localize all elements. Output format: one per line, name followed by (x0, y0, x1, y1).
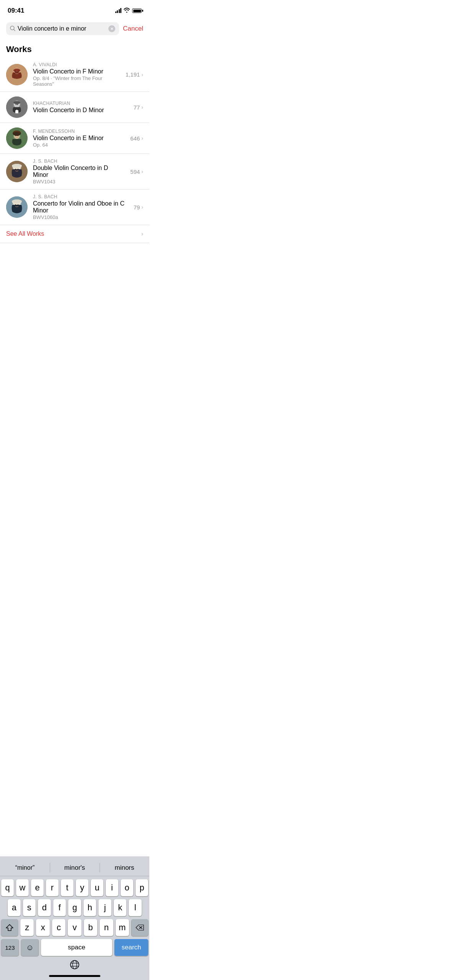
works-section-title: Works (6, 44, 32, 54)
work-item-mendelssohn[interactable]: F. MENDELSSOHN Violin Concerto in E Mino… (0, 123, 149, 154)
svg-point-35 (18, 204, 18, 205)
avatar-khachaturian (6, 96, 28, 118)
svg-point-7 (18, 70, 19, 72)
svg-point-15 (16, 104, 16, 105)
svg-point-16 (17, 104, 18, 105)
svg-point-8 (16, 72, 16, 73)
avatar-vivaldi (6, 64, 28, 85)
avatar-bach1 (6, 161, 28, 182)
svg-line-1 (14, 29, 15, 31)
chevron-right-icon-bach2: › (141, 204, 143, 210)
svg-point-22 (18, 135, 18, 136)
chevron-right-icon-vivaldi: › (141, 72, 143, 78)
battery-icon (132, 8, 142, 13)
work-count-khachaturian: 77 (134, 104, 140, 111)
svg-point-5 (13, 69, 20, 72)
svg-point-28 (18, 169, 18, 170)
work-count-bach1: 594 (130, 168, 140, 175)
see-all-chevron-icon: › (141, 230, 143, 237)
work-subtitle-bach1: BWV1043 (33, 179, 125, 185)
work-item-khachaturian[interactable]: KHACHATURIAN Violin Concerto in D Minor … (0, 92, 149, 123)
work-count-area-vivaldi: 1,191 › (126, 71, 143, 78)
svg-point-29 (12, 164, 22, 168)
work-info-bach1: J. S. BACH Double Violin Concerto in D M… (33, 158, 125, 185)
work-title-mendelssohn: Violin Concerto in E Minor (33, 135, 125, 142)
avatar-mendelssohn (6, 127, 28, 149)
cancel-button[interactable]: Cancel (123, 25, 143, 33)
work-title-bach1: Double Violin Concerto in D Minor (33, 165, 125, 178)
svg-point-36 (12, 199, 22, 203)
work-count-area-mendelssohn: 646 › (130, 135, 143, 142)
svg-point-13 (13, 101, 20, 104)
work-count-mendelssohn: 646 (130, 135, 140, 142)
svg-point-21 (15, 135, 16, 136)
search-input-wrapper[interactable] (6, 22, 119, 35)
work-composer-khachaturian: KHACHATURIAN (33, 101, 128, 106)
wifi-icon (124, 8, 130, 14)
work-composer-vivaldi: A. VIVALDI (33, 62, 120, 67)
avatar-bach2 (6, 196, 28, 218)
work-composer-bach1: J. S. BACH (33, 158, 125, 164)
work-count-area-bach2: 79 › (134, 204, 143, 211)
svg-point-6 (15, 70, 16, 72)
work-subtitle-vivaldi: Op. 8/4 · "Winter from The Four Seasons" (33, 75, 120, 87)
work-title-khachaturian: Violin Concerto in D Minor (33, 107, 128, 114)
work-count-bach2: 79 (134, 204, 140, 211)
svg-point-27 (15, 169, 16, 170)
work-item-bach1[interactable]: J. S. BACH Double Violin Concerto in D M… (0, 154, 149, 189)
work-count-area-khachaturian: 77 › (134, 104, 143, 111)
work-info-vivaldi: A. VIVALDI Violin Concerto in F Minor Op… (33, 62, 120, 87)
status-bar: 09:41 (0, 0, 149, 19)
work-subtitle-bach2: BWV1060a (33, 214, 128, 220)
work-subtitle-mendelssohn: Op. 64 (33, 142, 125, 148)
search-bar-container: Cancel (0, 19, 149, 38)
work-title-bach2: Concerto for Violin and Oboe in C Minor (33, 200, 128, 214)
search-input[interactable] (18, 25, 106, 32)
signal-bars-icon (115, 8, 122, 13)
works-section-header: Works (0, 38, 149, 57)
work-info-bach2: J. S. BACH Concerto for Violin and Oboe … (33, 194, 128, 220)
search-clear-button[interactable] (108, 25, 115, 32)
work-composer-bach2: J. S. BACH (33, 194, 128, 199)
work-item-vivaldi[interactable]: A. VIVALDI Violin Concerto in F Minor Op… (0, 57, 149, 92)
see-all-works-row[interactable]: See All Works › (0, 225, 149, 243)
work-info-khachaturian: KHACHATURIAN Violin Concerto in D Minor (33, 101, 128, 114)
svg-point-9 (17, 72, 18, 73)
work-composer-mendelssohn: F. MENDELSSOHN (33, 129, 125, 134)
work-title-vivaldi: Violin Concerto in F Minor (33, 68, 120, 75)
svg-rect-14 (15, 110, 18, 113)
status-icons (115, 8, 142, 14)
work-info-mendelssohn: F. MENDELSSOHN Violin Concerto in E Mino… (33, 129, 125, 148)
see-all-works-label: See All Works (6, 230, 44, 237)
chevron-right-icon-khachaturian: › (141, 104, 143, 110)
status-time: 09:41 (8, 7, 24, 15)
work-item-bach2[interactable]: J. S. BACH Concerto for Violin and Oboe … (0, 189, 149, 225)
chevron-right-icon-mendelssohn: › (141, 135, 143, 141)
svg-point-34 (15, 204, 16, 205)
work-count-vivaldi: 1,191 (126, 71, 140, 78)
work-count-area-bach1: 594 › (130, 168, 143, 175)
works-list: A. VIVALDI Violin Concerto in F Minor Op… (0, 57, 149, 225)
search-icon (10, 26, 15, 32)
chevron-right-icon-bach1: › (141, 168, 143, 175)
